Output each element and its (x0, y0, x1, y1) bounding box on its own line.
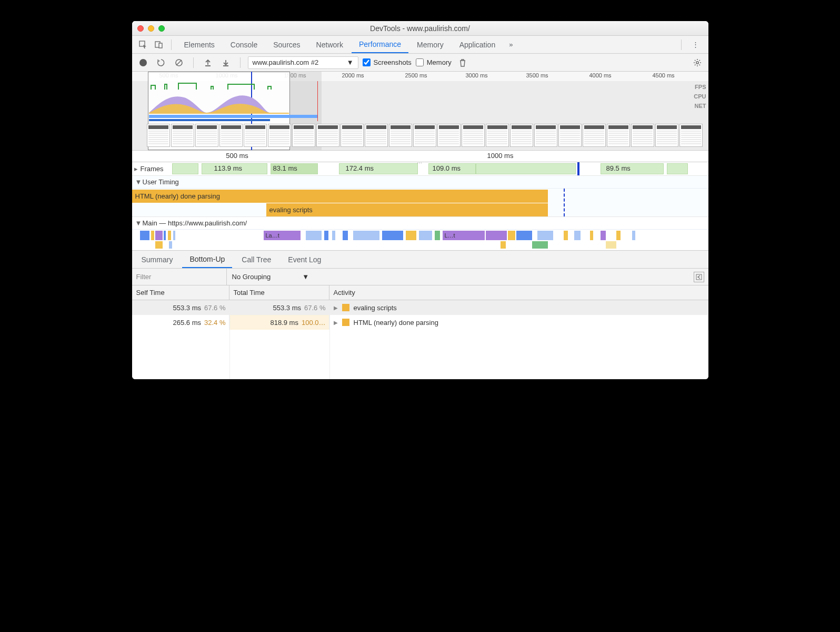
self-pct: 67.6 % (204, 304, 225, 312)
collapse-icon[interactable]: ▼ (135, 178, 142, 186)
total-ms: 553.3 ms (273, 304, 301, 312)
device-toggle-icon[interactable] (152, 38, 166, 52)
user-timing-bar-label: evaling scripts (269, 206, 313, 214)
screenshot-thumb[interactable] (195, 124, 218, 147)
screenshot-thumb[interactable] (486, 124, 509, 147)
overview-screenshots (147, 124, 705, 148)
main-header[interactable]: ▼ Main — https://www.paulirish.com/ (132, 217, 708, 230)
memory-input[interactable] (416, 58, 424, 66)
tab-network[interactable]: Network (309, 36, 351, 53)
ov-tick: 3500 ms (526, 72, 548, 78)
tab-memory[interactable]: Memory (409, 36, 451, 53)
expand-icon[interactable]: ▶ (334, 320, 338, 325)
dtab-bottom-up[interactable]: Bottom-Up (182, 251, 232, 268)
activity-name: evaling scripts (354, 304, 397, 312)
user-timing-track[interactable]: HTML (nearly) done parsing evaling scrip… (132, 189, 708, 217)
panel-tabs: Elements Console Sources Network Perform… (177, 36, 676, 53)
record-button[interactable] (136, 56, 150, 70)
screenshot-thumb[interactable] (631, 124, 654, 147)
screenshots-input[interactable] (363, 58, 371, 66)
activity-name: HTML (nearly) done parsing (354, 319, 438, 327)
screenshot-thumb[interactable] (583, 124, 606, 147)
overview-cpu-chart (149, 82, 289, 114)
col-self-time[interactable]: Self Time (132, 285, 229, 300)
flamechart-ruler[interactable]: 500 ms 1000 ms ⋯ (132, 151, 708, 162)
collapse-icon[interactable]: ▼ (135, 219, 142, 227)
tab-application[interactable]: Application (452, 36, 503, 53)
perf-toolbar: www.paulirish.com #2 ▼ Screenshots Memor… (132, 54, 708, 72)
filter-input[interactable]: Filter (132, 269, 227, 285)
reload-button[interactable] (154, 56, 168, 70)
load-profile-icon[interactable] (201, 56, 215, 70)
screenshot-thumb[interactable] (365, 124, 388, 147)
overview-net-bar2 (149, 119, 270, 121)
filter-placeholder: Filter (136, 273, 152, 281)
timeline-overview[interactable]: 500 ms 1000 ms 1500 ms 2000 ms 2500 ms 3… (132, 72, 708, 151)
user-timing-header[interactable]: ▼ User Timing (132, 176, 708, 189)
screenshot-thumb[interactable] (147, 124, 170, 147)
table-row[interactable]: 265.6 ms 32.4 % 818.9 ms 100.0… ▶ HTML (… (132, 315, 708, 330)
screenshot-thumb[interactable] (171, 124, 194, 147)
activity-swatch-icon (342, 304, 349, 311)
frames-row[interactable]: ▸ Frames 113.9 ms 83.1 ms 172.4 ms 109.0… (132, 162, 708, 176)
col-divider (329, 300, 330, 379)
main-slice-label[interactable]: L…t (443, 231, 485, 240)
screenshot-thumb[interactable] (558, 124, 582, 147)
expand-icon[interactable]: ▸ (133, 165, 139, 173)
screenshot-thumb[interactable] (244, 124, 267, 147)
screenshot-thumb[interactable] (462, 124, 485, 147)
screenshots-checkbox[interactable]: Screenshots (363, 58, 412, 66)
screenshot-thumb[interactable] (219, 124, 243, 147)
dtab-event-log[interactable]: Event Log (281, 251, 328, 268)
total-ms: 818.9 ms (270, 319, 298, 327)
memory-checkbox[interactable]: Memory (416, 58, 452, 66)
screenshot-thumb[interactable] (510, 124, 533, 147)
tab-console[interactable]: Console (223, 36, 265, 53)
user-timing-bar[interactable]: evaling scripts (266, 203, 548, 216)
screenshot-thumb[interactable] (679, 124, 703, 147)
heaviest-stack-icon[interactable] (694, 272, 704, 282)
frame-value: 83.1 ms (273, 164, 297, 172)
self-ms: 553.3 ms (173, 304, 201, 312)
clear-button[interactable] (172, 56, 186, 70)
recording-select[interactable]: www.paulirish.com #2 ▼ (248, 56, 358, 69)
col-total-time[interactable]: Total Time (229, 285, 329, 300)
tab-sources[interactable]: Sources (266, 36, 307, 53)
screenshot-thumb[interactable] (292, 124, 315, 147)
frames-label: Frames (141, 165, 172, 173)
grouping-select[interactable]: No Grouping ▼ (227, 273, 315, 281)
user-timing-bar[interactable]: HTML (nearly) done parsing (132, 190, 548, 203)
screenshot-thumb[interactable] (534, 124, 557, 147)
dtab-call-tree[interactable]: Call Tree (234, 251, 278, 268)
screenshot-thumb[interactable] (316, 124, 339, 147)
tab-elements[interactable]: Elements (177, 36, 222, 53)
frame-value: 113.9 ms (214, 164, 242, 172)
inspect-icon[interactable] (136, 38, 150, 52)
expand-icon[interactable]: ▶ (334, 305, 338, 311)
screenshot-thumb[interactable] (413, 124, 436, 147)
settings-menu-icon[interactable]: ⋮ (687, 41, 704, 48)
capture-settings-icon[interactable] (691, 56, 704, 70)
tabs-overflow-icon[interactable]: » (504, 36, 518, 53)
gc-button[interactable] (456, 56, 469, 70)
screenshot-thumb[interactable] (437, 124, 461, 147)
save-profile-icon[interactable] (219, 56, 233, 70)
dtab-summary[interactable]: Summary (134, 251, 181, 268)
col-activity[interactable]: Activity (329, 285, 708, 300)
main-slice-label[interactable]: La…t (264, 231, 301, 240)
table-header: Self Time Total Time Activity (132, 285, 708, 300)
main-label: Main — https://www.paulirish.com/ (143, 219, 247, 227)
screenshot-thumb[interactable] (389, 124, 412, 147)
chevron-down-icon: ▼ (347, 58, 354, 66)
table-row[interactable]: 553.3 ms 67.6 % 553.3 ms 67.6 % ▶ evalin… (132, 300, 708, 315)
user-timing-bar-label: HTML (nearly) done parsing (135, 192, 220, 200)
screenshot-thumb[interactable] (607, 124, 630, 147)
main-track[interactable]: La…t L…t (132, 230, 708, 251)
frames-track[interactable]: 113.9 ms 83.1 ms 172.4 ms 109.0 ms 89.5 … (172, 162, 708, 175)
tab-performance[interactable]: Performance (352, 36, 408, 53)
screenshot-thumb[interactable] (341, 124, 364, 147)
lane-fps: FPS (694, 82, 706, 92)
ruler-tick: 500 ms (226, 152, 248, 160)
screenshot-thumb[interactable] (268, 124, 291, 147)
screenshot-thumb[interactable] (655, 124, 678, 147)
